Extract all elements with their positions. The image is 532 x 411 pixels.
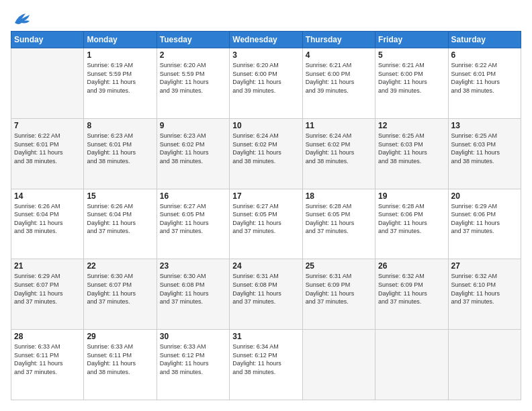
calendar-cell: 27Sunrise: 6:32 AM Sunset: 6:10 PM Dayli… <box>448 259 521 330</box>
day-number: 19 <box>378 191 445 201</box>
day-number: 17 <box>232 191 299 201</box>
calendar-cell: 1Sunrise: 6:19 AM Sunset: 5:59 PM Daylig… <box>84 48 157 119</box>
calendar-cell: 22Sunrise: 6:30 AM Sunset: 6:07 PM Dayli… <box>84 259 157 330</box>
day-number: 6 <box>451 50 518 60</box>
day-info: Sunrise: 6:33 AM Sunset: 6:11 PM Dayligh… <box>14 342 81 376</box>
day-info: Sunrise: 6:22 AM Sunset: 6:01 PM Dayligh… <box>14 132 81 165</box>
weekday-header: Wednesday <box>230 32 302 48</box>
weekday-header: Sunday <box>11 32 84 48</box>
day-info: Sunrise: 6:31 AM Sunset: 6:09 PM Dayligh… <box>306 272 372 306</box>
day-number: 23 <box>160 261 226 271</box>
day-info: Sunrise: 6:27 AM Sunset: 6:05 PM Dayligh… <box>232 202 299 236</box>
day-info: Sunrise: 6:21 AM Sunset: 6:00 PM Dayligh… <box>306 61 372 95</box>
calendar-cell: 15Sunrise: 6:26 AM Sunset: 6:04 PM Dayli… <box>84 189 157 259</box>
day-info: Sunrise: 6:29 AM Sunset: 6:06 PM Dayligh… <box>451 202 518 236</box>
day-number: 26 <box>378 261 445 271</box>
calendar-cell: 13Sunrise: 6:25 AM Sunset: 6:03 PM Dayli… <box>448 118 521 189</box>
day-info: Sunrise: 6:20 AM Sunset: 6:00 PM Dayligh… <box>232 61 299 95</box>
calendar-cell: 18Sunrise: 6:28 AM Sunset: 6:05 PM Dayli… <box>302 189 375 259</box>
calendar-cell <box>448 330 521 400</box>
header <box>11 11 521 24</box>
page: SundayMondayTuesdayWednesdayThursdayFrid… <box>0 0 532 411</box>
day-info: Sunrise: 6:27 AM Sunset: 6:05 PM Dayligh… <box>160 202 226 236</box>
logo-bird-icon <box>12 12 31 27</box>
calendar-cell: 17Sunrise: 6:27 AM Sunset: 6:05 PM Dayli… <box>230 189 302 259</box>
day-info: Sunrise: 6:22 AM Sunset: 6:01 PM Dayligh… <box>451 61 518 95</box>
calendar-cell: 23Sunrise: 6:30 AM Sunset: 6:08 PM Dayli… <box>157 259 229 330</box>
day-number: 29 <box>87 332 153 341</box>
day-info: Sunrise: 6:25 AM Sunset: 6:03 PM Dayligh… <box>378 132 445 165</box>
day-number: 18 <box>306 191 372 201</box>
day-number: 2 <box>160 50 226 60</box>
calendar-cell <box>375 330 448 400</box>
day-info: Sunrise: 6:28 AM Sunset: 6:05 PM Dayligh… <box>306 202 372 236</box>
day-info: Sunrise: 6:30 AM Sunset: 6:07 PM Dayligh… <box>87 272 153 306</box>
day-info: Sunrise: 6:26 AM Sunset: 6:04 PM Dayligh… <box>14 202 81 236</box>
day-number: 4 <box>306 50 372 60</box>
calendar-cell: 12Sunrise: 6:25 AM Sunset: 6:03 PM Dayli… <box>375 118 448 189</box>
logo <box>11 11 31 24</box>
day-number: 5 <box>378 50 445 60</box>
day-info: Sunrise: 6:32 AM Sunset: 6:09 PM Dayligh… <box>378 272 445 306</box>
day-number: 1 <box>87 50 153 60</box>
calendar-cell: 11Sunrise: 6:24 AM Sunset: 6:02 PM Dayli… <box>302 118 375 189</box>
day-number: 10 <box>232 121 299 130</box>
calendar-header-row: SundayMondayTuesdayWednesdayThursdayFrid… <box>11 32 521 48</box>
day-info: Sunrise: 6:31 AM Sunset: 6:08 PM Dayligh… <box>232 272 299 306</box>
calendar-week-row: 7Sunrise: 6:22 AM Sunset: 6:01 PM Daylig… <box>11 118 521 189</box>
day-info: Sunrise: 6:29 AM Sunset: 6:07 PM Dayligh… <box>14 272 81 306</box>
calendar-week-row: 21Sunrise: 6:29 AM Sunset: 6:07 PM Dayli… <box>11 259 521 330</box>
day-number: 3 <box>232 50 299 60</box>
weekday-header: Saturday <box>448 32 521 48</box>
day-number: 22 <box>87 261 153 271</box>
day-number: 16 <box>160 191 226 201</box>
day-info: Sunrise: 6:30 AM Sunset: 6:08 PM Dayligh… <box>160 272 226 306</box>
day-number: 14 <box>14 191 81 201</box>
day-info: Sunrise: 6:25 AM Sunset: 6:03 PM Dayligh… <box>451 132 518 165</box>
calendar-cell: 10Sunrise: 6:24 AM Sunset: 6:02 PM Dayli… <box>230 118 302 189</box>
calendar-cell: 16Sunrise: 6:27 AM Sunset: 6:05 PM Dayli… <box>157 189 229 259</box>
day-number: 20 <box>451 191 518 201</box>
calendar-cell: 30Sunrise: 6:33 AM Sunset: 6:12 PM Dayli… <box>157 330 229 400</box>
day-number: 25 <box>306 261 372 271</box>
day-number: 28 <box>14 332 81 341</box>
day-info: Sunrise: 6:23 AM Sunset: 6:01 PM Dayligh… <box>87 132 153 165</box>
weekday-header: Thursday <box>302 32 375 48</box>
day-info: Sunrise: 6:24 AM Sunset: 6:02 PM Dayligh… <box>232 132 299 165</box>
day-info: Sunrise: 6:24 AM Sunset: 6:02 PM Dayligh… <box>306 132 372 165</box>
day-number: 15 <box>87 191 153 201</box>
calendar-cell: 25Sunrise: 6:31 AM Sunset: 6:09 PM Dayli… <box>302 259 375 330</box>
day-number: 11 <box>306 121 372 130</box>
day-number: 13 <box>451 121 518 130</box>
day-number: 24 <box>232 261 299 271</box>
day-number: 8 <box>87 121 153 130</box>
calendar-cell <box>302 330 375 400</box>
weekday-header: Friday <box>375 32 448 48</box>
calendar-cell: 19Sunrise: 6:28 AM Sunset: 6:06 PM Dayli… <box>375 189 448 259</box>
day-info: Sunrise: 6:34 AM Sunset: 6:12 PM Dayligh… <box>232 342 299 376</box>
calendar-week-row: 1Sunrise: 6:19 AM Sunset: 5:59 PM Daylig… <box>11 48 521 119</box>
day-number: 21 <box>14 261 81 271</box>
calendar-cell: 2Sunrise: 6:20 AM Sunset: 5:59 PM Daylig… <box>157 48 229 119</box>
calendar-cell: 29Sunrise: 6:33 AM Sunset: 6:11 PM Dayli… <box>84 330 157 400</box>
calendar-cell: 31Sunrise: 6:34 AM Sunset: 6:12 PM Dayli… <box>230 330 302 400</box>
weekday-header: Tuesday <box>157 32 229 48</box>
day-number: 30 <box>160 332 226 341</box>
day-number: 9 <box>160 121 226 130</box>
calendar-cell: 5Sunrise: 6:21 AM Sunset: 6:00 PM Daylig… <box>375 48 448 119</box>
day-number: 27 <box>451 261 518 271</box>
calendar-cell: 21Sunrise: 6:29 AM Sunset: 6:07 PM Dayli… <box>11 259 84 330</box>
day-info: Sunrise: 6:28 AM Sunset: 6:06 PM Dayligh… <box>378 202 445 236</box>
calendar-cell: 4Sunrise: 6:21 AM Sunset: 6:00 PM Daylig… <box>302 48 375 119</box>
day-info: Sunrise: 6:21 AM Sunset: 6:00 PM Dayligh… <box>378 61 445 95</box>
calendar-cell: 14Sunrise: 6:26 AM Sunset: 6:04 PM Dayli… <box>11 189 84 259</box>
day-number: 31 <box>232 332 299 341</box>
day-info: Sunrise: 6:26 AM Sunset: 6:04 PM Dayligh… <box>87 202 153 236</box>
calendar-cell: 26Sunrise: 6:32 AM Sunset: 6:09 PM Dayli… <box>375 259 448 330</box>
calendar-cell: 28Sunrise: 6:33 AM Sunset: 6:11 PM Dayli… <box>11 330 84 400</box>
day-number: 7 <box>14 121 81 130</box>
day-info: Sunrise: 6:19 AM Sunset: 5:59 PM Dayligh… <box>87 61 153 95</box>
day-info: Sunrise: 6:33 AM Sunset: 6:11 PM Dayligh… <box>87 342 153 376</box>
calendar-cell <box>11 48 84 119</box>
calendar-cell: 6Sunrise: 6:22 AM Sunset: 6:01 PM Daylig… <box>448 48 521 119</box>
